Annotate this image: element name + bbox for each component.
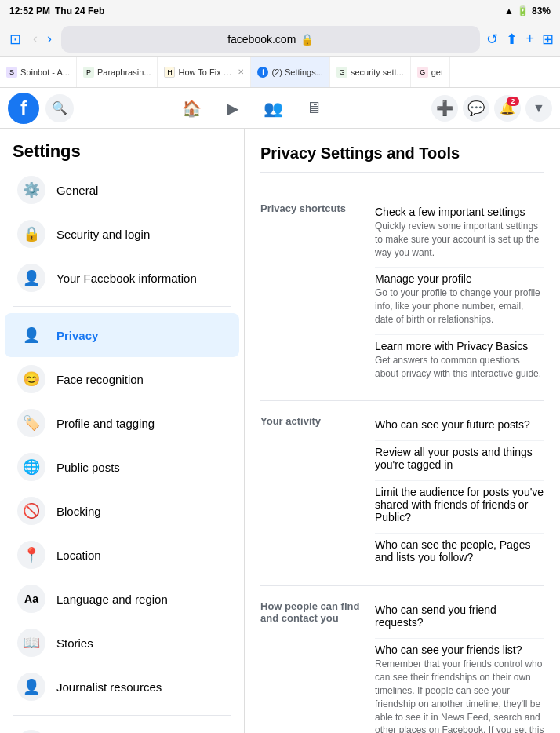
sidebar-item-notifications[interactable]: 🔔 Notifications <box>5 722 239 733</box>
sidebar-item-privacy[interactable]: 👤 Privacy <box>5 313 239 357</box>
sidebar-item-facebook-info[interactable]: 👤 Your Facebook information <box>5 256 239 300</box>
status-bar: 12:52 PM Thu 24 Feb ▲ 🔋 83% <box>0 0 560 22</box>
back-button[interactable]: ‹ <box>30 29 41 49</box>
sidebar-item-label: Language and region <box>56 593 168 606</box>
tab-label: security sett... <box>351 67 404 77</box>
sidebar-item-label: Security and login <box>56 228 150 241</box>
forward-button[interactable]: › <box>44 29 55 49</box>
facebook-logo: f <box>8 93 39 124</box>
video-nav-icon[interactable]: ▶ <box>216 92 249 125</box>
content-area: Privacy Settings and Tools Privacy short… <box>245 129 560 733</box>
friends-nav-icon[interactable]: 👥 <box>256 92 289 125</box>
stories-icon: 📖 <box>17 629 45 657</box>
tab-howtofix[interactable]: H How To Fix T... ✕ <box>158 57 251 87</box>
tab-favicon: H <box>164 67 175 78</box>
sidebar-item-label: Journalist resources <box>56 680 162 694</box>
sidebar-item-profile-tagging[interactable]: 🏷️ Profile and tagging <box>5 401 239 445</box>
messenger-nav-icon[interactable]: 💬 <box>463 95 489 122</box>
sidebar-item-label: Blocking <box>56 505 101 518</box>
sidebar-item-label: Public posts <box>56 461 120 474</box>
item-title: Who can see your friends list? <box>375 644 544 656</box>
sidebar-item-label: Stories <box>56 636 93 650</box>
future-posts-item[interactable]: Who can see your future posts? <box>375 414 544 441</box>
blocking-icon: 🚫 <box>17 497 45 525</box>
sidebar-item-face-recognition[interactable]: 😊 Face recognition <box>5 357 239 401</box>
check-settings-item[interactable]: Check a few important settings Quickly r… <box>375 201 544 268</box>
facebook-navbar: f 🔍 🏠 ▶ 👥 🖥 ➕ 💬 🔔 2 ▼ <box>0 88 560 129</box>
sidebar-item-stories[interactable]: 📖 Stories <box>5 621 239 665</box>
item-title: Who can see the people, Pages and lists … <box>375 538 544 563</box>
tab-label: How To Fix T... <box>178 67 233 77</box>
privacy-shortcuts-items: Check a few important settings Quickly r… <box>375 201 544 388</box>
section-label-find: How people can find and contact you <box>260 599 362 733</box>
address-bar[interactable]: facebook.com 🔒 <box>61 26 480 53</box>
share-icon[interactable]: ⬆ <box>506 31 518 48</box>
sidebar-item-blocking[interactable]: 🚫 Blocking <box>5 489 239 533</box>
home-nav-icon[interactable]: 🏠 <box>175 92 208 125</box>
browser-tabs: S Spinbot - A... P Paraphrasin... H How … <box>0 57 560 88</box>
item-title: Limit the audience for posts you've shar… <box>375 486 544 523</box>
new-tab-icon[interactable]: + <box>525 31 534 47</box>
pages-lists-item[interactable]: Who can see the people, Pages and lists … <box>375 534 544 573</box>
sidebar-item-label: Privacy <box>56 329 98 342</box>
find-contact-section: How people can find and contact you Who … <box>260 586 544 733</box>
face-recognition-icon: 😊 <box>17 365 45 393</box>
marketplace-nav-icon[interactable]: 🖥 <box>297 92 330 125</box>
sidebar-item-general[interactable]: ⚙️ General <box>5 168 239 212</box>
friend-requests-item[interactable]: Who can send you friend requests? <box>375 599 544 639</box>
tab-label: Spinbot - A... <box>20 67 70 77</box>
tab-paraphrasin[interactable]: P Paraphrasin... <box>77 57 158 87</box>
sidebar-title: Settings <box>0 129 244 168</box>
tab-favicon: G <box>336 67 347 78</box>
notifications-icon: 🔔 <box>17 730 45 733</box>
create-nav-button[interactable]: ➕ <box>431 95 458 122</box>
sidebar-item-public-posts[interactable]: 🌐 Public posts <box>5 445 239 489</box>
sidebar-divider-2 <box>13 715 231 716</box>
item-title: Review all your posts and things you're … <box>375 446 544 471</box>
find-contact-items: Who can send you friend requests? Who ca… <box>375 599 544 733</box>
tab-close-icon[interactable]: ✕ <box>238 67 244 76</box>
tab-settings-active[interactable]: f (2) Settings... <box>251 57 329 87</box>
friends-list-item[interactable]: Who can see your friends list? Remember … <box>375 639 544 733</box>
privacy-basics-item[interactable]: Learn more with Privacy Basics Get answe… <box>375 335 544 388</box>
tab-favicon: S <box>6 67 17 78</box>
item-desc: Quickly review some important settings t… <box>375 220 544 259</box>
sidebar-toggle-icon[interactable]: ⊡ <box>6 31 24 48</box>
sidebar-item-language[interactable]: Aa Language and region <box>5 577 239 621</box>
limit-audience-item[interactable]: Limit the audience for posts you've shar… <box>375 481 544 534</box>
review-posts-item[interactable]: Review all your posts and things you're … <box>375 441 544 481</box>
tabs-icon[interactable]: ⊞ <box>542 31 554 48</box>
browser-bar: ⊡ ‹ › facebook.com 🔒 ↺ ⬆ + ⊞ <box>0 22 560 57</box>
item-title: Who can see your future posts? <box>375 418 544 431</box>
sidebar-item-journalist[interactable]: 👤 Journalist resources <box>5 665 239 709</box>
tab-spinbot[interactable]: S Spinbot - A... <box>0 57 77 87</box>
sidebar: Settings ⚙️ General 🔒 Security and login… <box>0 129 245 733</box>
notifications-nav-icon[interactable]: 🔔 2 <box>494 95 521 122</box>
status-date: Thu 24 Feb <box>55 5 104 16</box>
profile-tagging-icon: 🏷️ <box>17 409 45 437</box>
sidebar-item-location[interactable]: 📍 Location <box>5 533 239 577</box>
privacy-icon: 👤 <box>17 321 45 349</box>
manage-profile-item[interactable]: Manage your profile Go to your profile t… <box>375 268 544 334</box>
notification-badge: 2 <box>507 97 519 106</box>
info-icon: 👤 <box>17 264 45 292</box>
battery-percent: 83% <box>532 5 551 16</box>
item-title: Check a few important settings <box>375 206 544 218</box>
sidebar-item-security[interactable]: 🔒 Security and login <box>5 212 239 256</box>
item-title: Manage your profile <box>375 272 544 285</box>
section-label-privacy-shortcuts: Privacy shortcuts <box>260 201 362 388</box>
public-posts-icon: 🌐 <box>17 453 45 481</box>
refresh-icon[interactable]: ↺ <box>486 31 498 48</box>
language-icon: Aa <box>17 585 45 613</box>
location-icon: 📍 <box>17 541 45 569</box>
sidebar-item-label: Location <box>56 549 101 562</box>
tab-security[interactable]: G security sett... <box>330 57 411 87</box>
wifi-icon: ▲ <box>504 5 514 16</box>
search-button[interactable]: 🔍 <box>45 94 74 122</box>
page-title: Privacy Settings and Tools <box>260 144 544 173</box>
tab-get[interactable]: G get <box>411 57 450 87</box>
sidebar-item-label: Face recognition <box>56 373 144 386</box>
menu-nav-icon[interactable]: ▼ <box>525 95 552 122</box>
battery-icon: 🔋 <box>517 5 529 16</box>
tab-favicon: G <box>417 67 428 78</box>
